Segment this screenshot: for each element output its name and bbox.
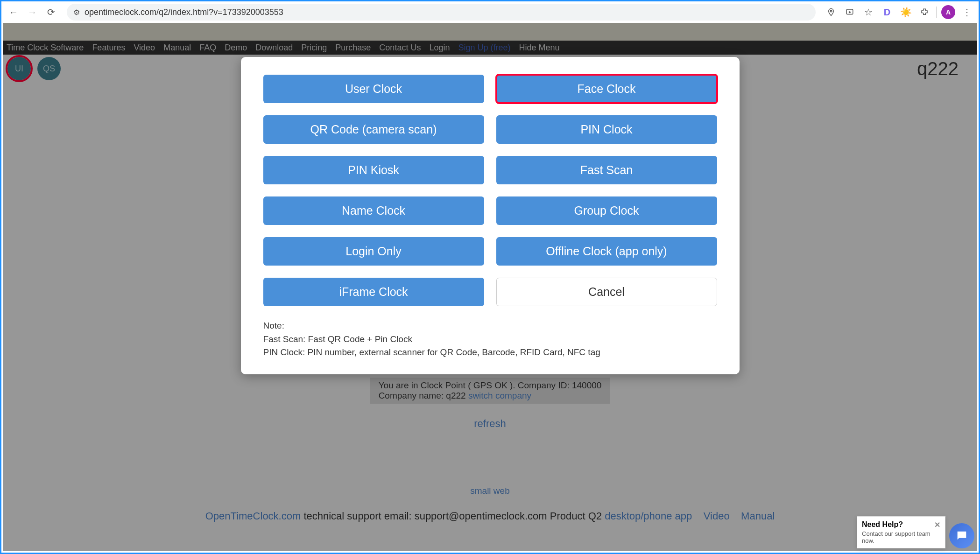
profile-avatar[interactable]: A (941, 5, 955, 19)
cancel-button[interactable]: Cancel (496, 278, 717, 306)
name-clock-button[interactable]: Name Clock (263, 196, 484, 225)
divider (936, 7, 937, 18)
offline-clock-button[interactable]: Offline Clock (app only) (496, 237, 717, 266)
help-close-icon[interactable]: ✕ (934, 520, 940, 529)
pin-kiosk-button[interactable]: PIN Kiosk (263, 156, 484, 184)
help-widget[interactable]: Need Help? ✕ Contact our support team no… (857, 516, 945, 548)
face-clock-button[interactable]: Face Clock (496, 75, 717, 103)
site-settings-icon[interactable]: ⚙ (73, 8, 80, 17)
qr-code-button[interactable]: QR Code (camera scan) (263, 115, 484, 144)
help-subtitle: Contact our support team now. (862, 530, 940, 544)
browser-toolbar: ← → ⟳ ⚙ opentimeclock.com/q2/index.html?… (1, 1, 979, 23)
user-clock-button[interactable]: User Clock (263, 75, 484, 103)
svg-point-0 (830, 10, 832, 12)
url-bar[interactable]: ⚙ opentimeclock.com/q2/index.html?v=1733… (67, 4, 816, 21)
menu-icon[interactable]: ⋮ (960, 5, 974, 19)
extension-sun-icon[interactable]: ☀️ (899, 5, 913, 19)
chat-bubble-icon[interactable] (949, 523, 974, 548)
note-line-2: PIN Clock: PIN number, external scanner … (263, 346, 717, 359)
url-text: opentimeclock.com/q2/index.html?v=173392… (85, 7, 283, 17)
pin-clock-button[interactable]: PIN Clock (496, 115, 717, 144)
iframe-clock-button[interactable]: iFrame Clock (263, 278, 484, 306)
location-icon[interactable] (824, 5, 838, 19)
extension-d-icon[interactable]: D (880, 5, 894, 19)
forward-button[interactable]: → (25, 5, 40, 20)
group-clock-button[interactable]: Group Clock (496, 196, 717, 225)
note-label: Note: (263, 319, 717, 333)
help-title: Need Help? (862, 520, 903, 529)
star-icon[interactable]: ☆ (861, 5, 875, 19)
clock-type-modal: User Clock Face Clock QR Code (camera sc… (241, 57, 740, 374)
install-app-icon[interactable] (843, 5, 857, 19)
note-line-1: Fast Scan: Fast QR Code + Pin Clock (263, 333, 717, 346)
back-button[interactable]: ← (6, 5, 21, 20)
extensions-icon[interactable] (917, 5, 931, 19)
fast-scan-button[interactable]: Fast Scan (496, 156, 717, 184)
modal-note: Note: Fast Scan: Fast QR Code + Pin Cloc… (263, 319, 717, 359)
login-only-button[interactable]: Login Only (263, 237, 484, 266)
reload-button[interactable]: ⟳ (43, 5, 58, 20)
